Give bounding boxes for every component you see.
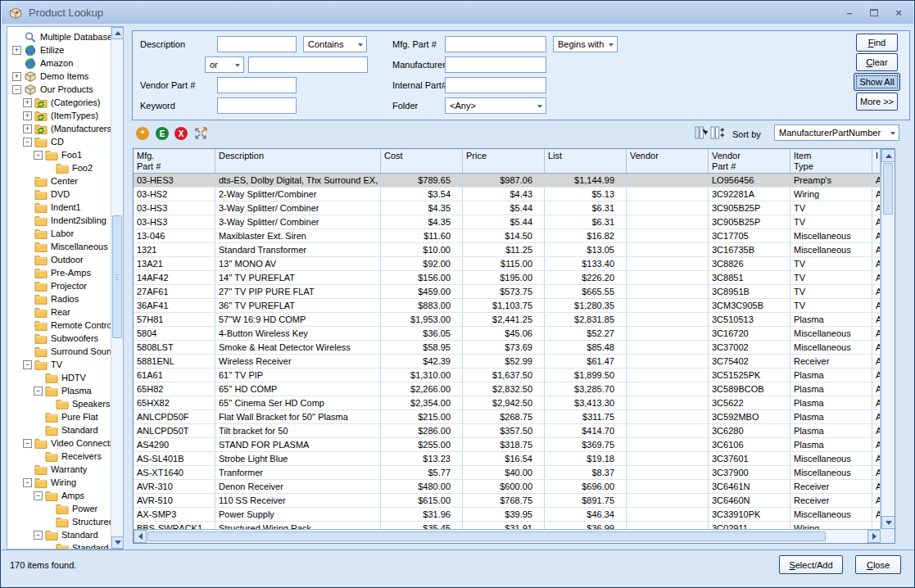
- mfg-part-match-combo[interactable]: Begins with: [553, 36, 618, 52]
- table-row[interactable]: AS-XT1640Tranformer$5.77$40.00$8.373C379…: [134, 466, 881, 480]
- description-input[interactable]: [217, 36, 297, 52]
- tree-scroll-down-icon[interactable]: [111, 536, 124, 549]
- tree-item-standard[interactable]: −Standard: [7, 528, 111, 541]
- tree-item-labor[interactable]: Labor: [7, 227, 111, 240]
- table-scroll-up-icon[interactable]: [881, 149, 895, 162]
- tree-item-center[interactable]: Center: [7, 174, 111, 188]
- table-row[interactable]: 13-046Maxiblaster Ext. Siren$11.60$14.50…: [134, 229, 881, 243]
- tree-item-foo2[interactable]: Foo2: [7, 161, 111, 174]
- table-row[interactable]: ANLCPD50FFlat Wall Bracket for 50'' Plas…: [134, 410, 881, 424]
- table-row[interactable]: 57H8157''W 16:9 HD COMP$1,953.00$2,441.2…: [134, 313, 881, 327]
- etilize-e-icon[interactable]: E: [156, 127, 169, 140]
- tree-item-standard[interactable]: Standard: [7, 423, 111, 436]
- table-row[interactable]: AS4290STAND FOR PLASMA$255.00$318.75$369…: [134, 438, 881, 452]
- column-header-price[interactable]: Price: [463, 149, 545, 173]
- folder-combo[interactable]: <Any>: [445, 97, 546, 114]
- table-row[interactable]: 03-HES3dts-ES, Dolby Digital, Thx Surrou…: [134, 174, 881, 188]
- tree-item-plasma[interactable]: −Plasma: [7, 384, 111, 397]
- table-row[interactable]: AVR-310Denon Receiver$480.00$600.00$696.…: [134, 480, 881, 494]
- find-button[interactable]: Find: [856, 34, 898, 52]
- column-header-mfg[interactable]: Mfg. Part #: [134, 149, 215, 173]
- table-row[interactable]: 03-HS33-Way Splitter/ Combiner$4.35$5.44…: [134, 201, 881, 215]
- tree-item-outdoor[interactable]: Outdoor: [7, 253, 111, 266]
- table-row[interactable]: AVR-510110 SS Receiver$615.00$768.75$891…: [134, 494, 881, 508]
- description-or-input[interactable]: [248, 57, 368, 73]
- table-vscrollbar[interactable]: [881, 149, 895, 529]
- table-scroll-left-icon[interactable]: [134, 530, 147, 543]
- table-scroll-down-icon[interactable]: [881, 516, 895, 529]
- field-chooser-icon[interactable]: [710, 125, 725, 140]
- minimize-icon[interactable]: –: [843, 7, 856, 20]
- tree-item-speakers[interactable]: Speakers: [7, 397, 111, 410]
- tree-item-multiple-database-s[interactable]: Multiple Database S: [7, 30, 111, 43]
- column-header-vendor[interactable]: Vendor: [627, 149, 709, 173]
- table-row[interactable]: 14AF4214'' TV PUREFLAT$156.00$195.00$226…: [134, 271, 881, 285]
- tree-item-indent2sibling[interactable]: Indent2sibling: [7, 214, 111, 227]
- vendor-part-input[interactable]: [217, 77, 297, 93]
- column-header-vendor_part[interactable]: Vendor Part #: [709, 149, 790, 173]
- table-row[interactable]: ANLCPD50TTilt bracket for 50$286.00$357.…: [134, 424, 881, 438]
- column-header-desc[interactable]: Description: [215, 149, 381, 173]
- table-row[interactable]: 58044-Button Wireless Key$36.05$45.06$52…: [134, 327, 881, 341]
- table-row[interactable]: 36AF4136'' TV PUREFLAT$883.00$1,103.75$1…: [134, 299, 881, 313]
- expand-icon[interactable]: +: [12, 72, 21, 81]
- tree-item-remote-controls[interactable]: Remote Controls: [7, 319, 111, 332]
- tree-item-structured-w[interactable]: Structured W: [7, 515, 111, 528]
- collapse-arrows-icon[interactable]: [193, 126, 208, 141]
- close-icon[interactable]: ×: [892, 7, 905, 20]
- table-row[interactable]: 13A2113'' MONO AV$92.00$115.00$133.403C8…: [134, 257, 881, 271]
- manufacturer-input[interactable]: [445, 57, 546, 73]
- table-row[interactable]: 65H8265'' HD COMP$2,266.00$2,832.50$3,28…: [134, 382, 881, 396]
- tree-item-manufacturers[interactable]: +(Manufacturers): [7, 122, 111, 135]
- tree-item-rear[interactable]: Rear: [7, 305, 111, 319]
- show-all-button[interactable]: Show All: [854, 73, 900, 91]
- table-row[interactable]: 27AF6127'' TV PIP PURE FLAT$459.00$573.7…: [134, 285, 881, 299]
- table-scroll-right-icon[interactable]: [867, 530, 881, 543]
- tree-item-itemtypes[interactable]: +(ItemTypes): [7, 109, 111, 122]
- keyword-input[interactable]: [217, 97, 297, 114]
- asterisk-icon[interactable]: *: [136, 127, 149, 140]
- expand-icon[interactable]: +: [23, 98, 32, 107]
- tree-scroll-up-icon[interactable]: [111, 27, 124, 39]
- collapse-icon[interactable]: −: [23, 439, 32, 448]
- table-vscrollbar-thumb[interactable]: [883, 163, 893, 215]
- or-combo[interactable]: or: [205, 57, 244, 73]
- hide-columns-icon[interactable]: [695, 125, 708, 140]
- collapse-icon[interactable]: −: [34, 151, 43, 160]
- collapse-icon[interactable]: −: [23, 138, 32, 147]
- table-row[interactable]: 1321Standard Transformer$10.00$11.25$13.…: [134, 243, 881, 257]
- tree-item-demo-items[interactable]: +Demo Items: [7, 70, 111, 83]
- remove-x-icon[interactable]: X: [174, 127, 188, 140]
- tree-item-standard[interactable]: Standard: [7, 541, 111, 550]
- table-row[interactable]: 03-HS22-Way Splitter/Combiner$3.54$4.43$…: [134, 188, 881, 201]
- column-header-cost[interactable]: Cost: [381, 149, 463, 173]
- close-button[interactable]: Close: [855, 555, 901, 574]
- tree-scrollbar[interactable]: [111, 27, 123, 549]
- column-header-extra[interactable]: I: [872, 149, 881, 173]
- tree-item-cd[interactable]: −CD: [7, 135, 111, 148]
- tree-item-indent1[interactable]: Indent1: [7, 201, 111, 214]
- sort-by-combo[interactable]: ManufacturerPartNumber: [774, 124, 899, 141]
- tree-item-pure-flat[interactable]: Pure Flat: [7, 410, 111, 423]
- tree-scrollbar-thumb[interactable]: [112, 215, 122, 338]
- expand-icon[interactable]: +: [12, 46, 21, 55]
- column-header-list[interactable]: List: [545, 149, 627, 173]
- table-row[interactable]: AX-SMP3Power Supply$31.96$39.95$46.343C3…: [134, 508, 881, 522]
- collapse-icon[interactable]: −: [23, 360, 32, 369]
- table-row[interactable]: 61A6161'' TV PIP$1,310.00$1,637.50$1,899…: [134, 369, 881, 382]
- table-row[interactable]: 5881ENLWireless Receiver$42.39$52.99$61.…: [134, 355, 881, 369]
- table-row[interactable]: 03-HS33-Way Splitter/ Combiner$4.35$5.44…: [134, 215, 881, 229]
- collapse-icon[interactable]: −: [12, 85, 21, 94]
- collapse-icon[interactable]: −: [34, 387, 43, 396]
- table-row[interactable]: 65HX8265'' Cinema Ser HD Comp$2,354.00$2…: [134, 396, 881, 410]
- table-row[interactable]: 5808LSTSmoke & Heat Detector Wireless$58…: [134, 341, 881, 355]
- tree-item-etilize[interactable]: +Etilize: [7, 43, 111, 57]
- collapse-icon[interactable]: −: [34, 491, 43, 500]
- column-header-item_type[interactable]: Item Type: [790, 149, 872, 173]
- tree-item-radios[interactable]: Radios: [7, 292, 111, 305]
- more-button[interactable]: More >>: [856, 93, 898, 111]
- tree-item-warranty[interactable]: Warranty: [7, 463, 111, 476]
- table-hscrollbar[interactable]: [134, 529, 881, 543]
- table-row[interactable]: AS-SL401BStrobe Light Blue$13.23$16.54$1…: [134, 452, 881, 466]
- tree-item-miscellaneous[interactable]: Miscellaneous: [7, 240, 111, 253]
